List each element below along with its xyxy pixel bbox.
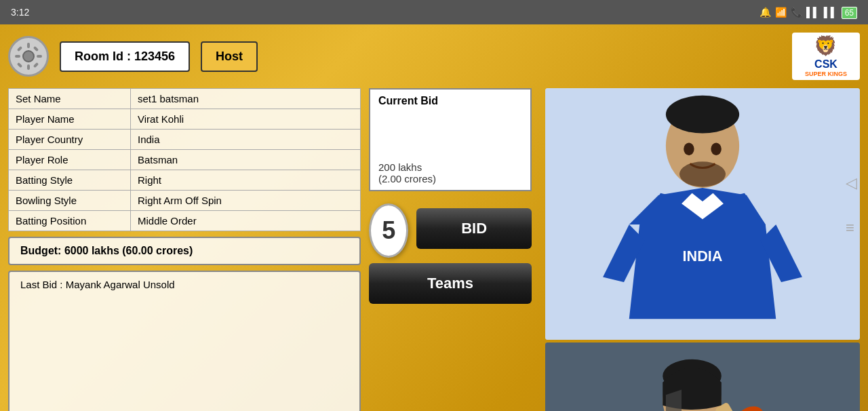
player-info-value: India: [131, 130, 361, 150]
middle-section: Set Nameset1 batsmanPlayer NameVirat Koh…: [8, 88, 860, 411]
csk-lion-icon: 🦁: [805, 35, 847, 58]
player-portrait-top-svg: INDIA: [545, 88, 860, 340]
team-logo: 🦁 CSK SUPER KINGS: [792, 33, 860, 80]
center-column: Current Bid 200 lakhs (2.00 crores) 5 BI…: [369, 88, 532, 411]
player-info-value: Right: [131, 170, 361, 191]
main-content: Room Id : 123456 Host 🦁 CSK SUPER KINGS …: [0, 24, 868, 411]
svg-point-15: [679, 161, 726, 187]
svg-point-14: [711, 142, 721, 155]
player-info-label: Bowling Style: [9, 191, 131, 211]
last-bid-box: Last Bid : Mayank Agarwal Unsold: [8, 271, 361, 411]
top-bar: Room Id : 123456 Host 🦁 CSK SUPER KINGS: [8, 33, 860, 80]
svg-point-0: [23, 51, 34, 62]
player-info-value: set1 batsman: [131, 89, 361, 109]
back-arrow-icon[interactable]: ◁: [846, 174, 857, 192]
right-section: INDIA: [545, 88, 860, 411]
host-button[interactable]: Host: [201, 41, 258, 72]
svg-rect-7: [17, 62, 22, 68]
svg-rect-1: [27, 43, 30, 48]
signal1-icon: ▌▌: [806, 7, 820, 18]
room-id-box: Room Id : 123456: [60, 41, 190, 72]
room-id-label: Room Id : 123456: [75, 50, 175, 63]
player-info-row: Player NameVirat Kohli: [9, 109, 361, 130]
player-info-row: Batting PositionMiddle Order: [9, 211, 361, 231]
player-info-value: Batsman: [131, 150, 361, 170]
player-info-table: Set Nameset1 batsmanPlayer NameVirat Koh…: [8, 88, 361, 231]
gear-icon: [8, 36, 49, 77]
player-info-row: Set Nameset1 batsman: [9, 89, 361, 109]
player-info-row: Bowling StyleRight Arm Off Spin: [9, 191, 361, 211]
svg-rect-5: [17, 46, 22, 52]
svg-rect-4: [37, 55, 42, 58]
player-info-label: Set Name: [9, 89, 131, 109]
player-info-row: Player CountryIndia: [9, 130, 361, 150]
wifi-icon: 📶: [775, 7, 787, 18]
budget-box: Budget: 6000 lakhs (60.00 crores): [8, 237, 361, 265]
teams-button[interactable]: Teams: [369, 263, 532, 304]
signal2-icon: ▌▌: [824, 7, 837, 18]
csk-logo-display: 🦁 CSK SUPER KINGS: [805, 35, 847, 78]
player-info-label: Batting Position: [9, 211, 131, 231]
player-info-label: Player Role: [9, 150, 131, 170]
player-portrait-top: INDIA: [545, 88, 860, 340]
player-portrait-bottom: [545, 342, 860, 411]
svg-rect-8: [33, 62, 39, 68]
player-portrait-bottom-svg: [545, 342, 860, 411]
player-info-label: Player Name: [9, 109, 131, 130]
status-icons: 🔔 📶 📞 ▌▌ ▌▌ 65: [760, 7, 857, 18]
player-info-value: Middle Order: [131, 211, 361, 231]
battery-display: 65: [842, 7, 857, 18]
last-bid-label: Last Bid : Mayank Agarwal Unsold: [20, 279, 175, 290]
menu-icon[interactable]: ≡: [846, 219, 857, 237]
svg-rect-3: [15, 55, 20, 58]
svg-point-11: [666, 96, 739, 134]
bid-amount: 200 lakhs (2.00 crores): [378, 161, 522, 184]
player-info-row: Player RoleBatsman: [9, 150, 361, 170]
circle-number: 5: [369, 203, 408, 258]
player-info-value: Virat Kohli: [131, 109, 361, 130]
svg-point-13: [684, 142, 694, 155]
player-info-value: Right Arm Off Spin: [131, 191, 361, 211]
phone-icon: 📞: [791, 7, 802, 18]
current-bid-box: Current Bid 200 lakhs (2.00 crores): [369, 88, 532, 191]
bell-icon: 🔔: [760, 7, 771, 18]
current-bid-label: Current Bid: [378, 95, 522, 107]
left-section: Set Nameset1 batsmanPlayer NameVirat Koh…: [8, 88, 361, 411]
svg-rect-2: [27, 64, 30, 70]
side-nav: ◁ ≡: [846, 174, 857, 237]
player-info-row: Batting StyleRight: [9, 170, 361, 191]
bid-button[interactable]: BID: [416, 208, 532, 249]
player-info-label: Batting Style: [9, 170, 131, 191]
svg-text:INDIA: INDIA: [683, 248, 723, 265]
svg-rect-6: [33, 46, 39, 52]
budget-label: Budget: 6000 lakhs (60.00 crores): [20, 245, 193, 256]
time-display: 3:12: [11, 7, 29, 18]
player-info-label: Player Country: [9, 130, 131, 150]
status-bar: 3:12 🔔 📶 📞 ▌▌ ▌▌ 65: [0, 0, 868, 24]
